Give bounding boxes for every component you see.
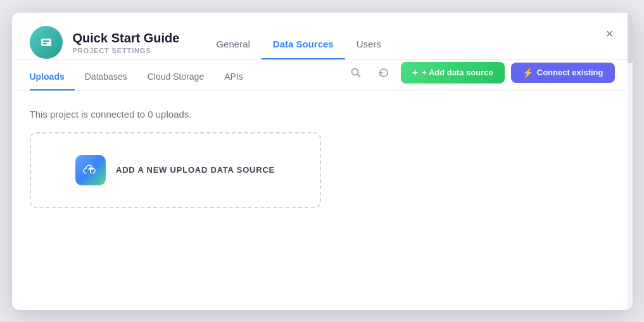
scrollbar-thumb[interactable]	[628, 13, 633, 63]
svg-rect-1	[43, 40, 49, 42]
modal-subtitle: PROJECT SETTINGS	[73, 47, 180, 54]
close-button[interactable]: ×	[600, 24, 620, 44]
sub-tab-uploads[interactable]: Uploads	[30, 71, 75, 90]
add-data-source-label: + Add data source	[422, 68, 493, 77]
connect-icon: ⚡	[522, 68, 533, 78]
add-icon: +	[412, 67, 418, 78]
add-data-source-button[interactable]: + + Add data source	[401, 62, 505, 84]
modal-title: Quick Start Guide	[73, 30, 180, 46]
svg-rect-2	[43, 43, 47, 44]
tab-general[interactable]: General	[205, 39, 261, 59]
main-content: This project is connected to 0 uploads. …	[12, 91, 633, 226]
connect-existing-button[interactable]: ⚡ Connect existing	[511, 63, 615, 83]
tab-users[interactable]: Users	[345, 39, 393, 59]
connect-existing-label: Connect existing	[537, 68, 603, 77]
title-block: Quick Start Guide PROJECT SETTINGS	[73, 30, 180, 54]
add-upload-card[interactable]: ADD A NEW UPLOAD DATA SOURCE	[30, 132, 321, 208]
tab-data-sources[interactable]: Data Sources	[262, 39, 345, 59]
upload-icon	[83, 163, 98, 178]
sub-tabs-actions: + + Add data source ⚡ Connect existing	[345, 62, 615, 89]
refresh-button[interactable]	[373, 62, 395, 84]
svg-rect-0	[41, 39, 51, 46]
sub-tabs-bar: Uploads Databases Cloud Storage APIs	[12, 60, 633, 91]
upload-card-label: ADD A NEW UPLOAD DATA SOURCE	[116, 165, 275, 175]
search-icon	[350, 67, 362, 78]
sub-tabs: Uploads Databases Cloud Storage APIs	[30, 60, 345, 90]
modal: Quick Start Guide PROJECT SETTINGS Gener…	[12, 13, 633, 310]
refresh-icon	[378, 67, 389, 78]
sub-tab-databases[interactable]: Databases	[75, 71, 137, 90]
search-button[interactable]	[345, 62, 367, 84]
main-nav: General Data Sources Users	[205, 25, 392, 59]
sub-tab-apis[interactable]: APIs	[214, 71, 253, 90]
connected-text: This project is connected to 0 uploads.	[30, 109, 615, 120]
svg-line-4	[357, 74, 360, 77]
sub-tab-cloud-storage[interactable]: Cloud Storage	[137, 71, 215, 90]
app-icon	[30, 26, 63, 59]
modal-header: Quick Start Guide PROJECT SETTINGS Gener…	[12, 13, 633, 60]
scrollbar-track	[628, 13, 633, 310]
upload-icon-wrap	[75, 155, 106, 185]
